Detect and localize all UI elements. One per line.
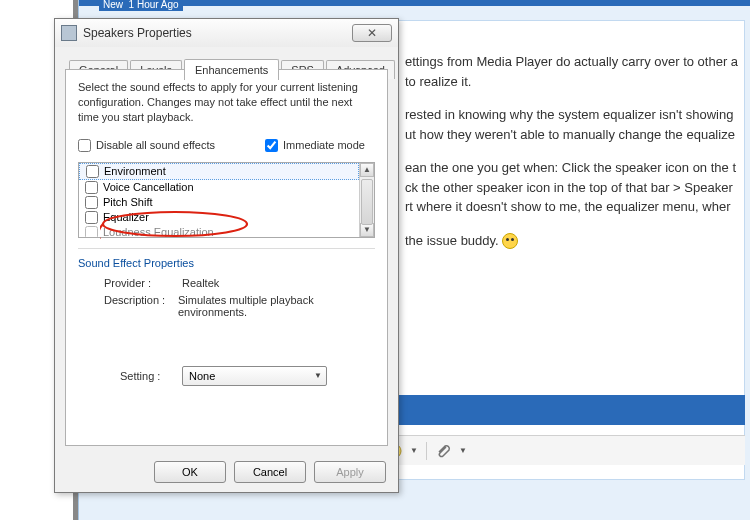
post-line: ck the other speaker icon in the top of … — [405, 180, 733, 195]
effect-label: Voice Cancellation — [103, 181, 194, 193]
effects-list[interactable]: Environment Voice Cancellation Pitch Shi… — [78, 162, 375, 238]
close-button[interactable]: ✕ — [352, 24, 392, 42]
scroll-track[interactable] — [360, 177, 374, 223]
dialog-icon — [61, 25, 77, 41]
list-item[interactable]: Voice Cancellation — [79, 180, 359, 195]
enhancements-panel: Select the sound effects to apply for yo… — [65, 69, 388, 446]
effect-label: Environment — [104, 165, 166, 177]
instruction-text: Select the sound effects to apply for yo… — [78, 80, 375, 125]
effect-checkbox[interactable] — [85, 226, 98, 237]
post-text: ettings from Media Player do actually ca… — [405, 52, 745, 264]
close-icon: ✕ — [367, 26, 377, 40]
effect-label: Equalizer — [103, 211, 149, 223]
smile-emoji-icon — [502, 233, 518, 249]
attach-icon[interactable] — [435, 443, 451, 459]
post-line: ut how they weren't able to manually cha… — [405, 127, 735, 142]
dialog-buttons: OK Cancel Apply — [55, 452, 398, 492]
new-badge-text: New — [103, 0, 123, 10]
sound-effect-properties-group: Sound Effect Properties Provider : Realt… — [78, 248, 375, 386]
properties-title: Sound Effect Properties — [78, 257, 375, 269]
provider-label: Provider : — [104, 277, 182, 289]
effect-checkbox[interactable] — [85, 211, 98, 224]
post-line: ean the one you get when: Click the spea… — [405, 160, 736, 175]
list-item[interactable]: Pitch Shift — [79, 195, 359, 210]
list-item[interactable]: Environment — [79, 163, 359, 180]
post-line: the issue buddy. — [405, 233, 502, 248]
scroll-down-icon[interactable]: ▼ — [360, 223, 374, 237]
new-badge: New 1 Hour Ago — [99, 0, 183, 11]
tab-enhancements[interactable]: Enhancements — [184, 59, 279, 80]
ok-button[interactable]: OK — [154, 461, 226, 483]
immediate-mode-checkbox[interactable] — [265, 139, 278, 152]
effect-checkbox[interactable] — [85, 196, 98, 209]
disable-effects-checkbox[interactable] — [78, 139, 91, 152]
disable-effects-label: Disable all sound effects — [96, 139, 215, 151]
effect-checkbox[interactable] — [85, 181, 98, 194]
effect-checkbox[interactable] — [86, 165, 99, 178]
scrollbar[interactable]: ▲ ▼ — [359, 163, 374, 237]
cancel-button[interactable]: Cancel — [234, 461, 306, 483]
scroll-thumb[interactable] — [361, 179, 373, 225]
dialog-title: Speakers Properties — [83, 26, 352, 40]
list-item[interactable]: Loudness Equalization — [79, 225, 359, 237]
post-line: to realize it. — [405, 74, 471, 89]
post-line: rt where it doesn't show to me, the equa… — [405, 199, 730, 214]
description-value: Simulates multiple playback environments… — [178, 294, 375, 318]
setting-label: Setting : — [120, 370, 182, 382]
effect-label: Pitch Shift — [103, 196, 153, 208]
scroll-up-icon[interactable]: ▲ — [360, 163, 374, 177]
setting-combobox[interactable]: None ▼ — [182, 366, 327, 386]
dialog-titlebar[interactable]: Speakers Properties ✕ — [55, 19, 398, 47]
provider-value: Realtek — [182, 277, 219, 289]
post-line: ettings from Media Player do actually ca… — [405, 54, 738, 69]
immediate-mode-row[interactable]: Immediate mode — [265, 139, 365, 152]
post-line: rested in knowing why the system equaliz… — [405, 107, 733, 122]
setting-value: None — [189, 370, 215, 382]
chevron-down-icon: ▼ — [314, 371, 322, 380]
time-text: 1 Hour Ago — [129, 0, 179, 10]
toolbar-separator — [426, 442, 427, 460]
effect-label: Loudness Equalization — [103, 226, 214, 237]
apply-button[interactable]: Apply — [314, 461, 386, 483]
description-label: Description : — [104, 294, 178, 318]
list-item[interactable]: Equalizer — [79, 210, 359, 225]
speakers-properties-dialog: Speakers Properties ✕ General Levels Enh… — [54, 18, 399, 493]
immediate-mode-label: Immediate mode — [283, 139, 365, 151]
disable-effects-row[interactable]: Disable all sound effects — [78, 139, 215, 152]
